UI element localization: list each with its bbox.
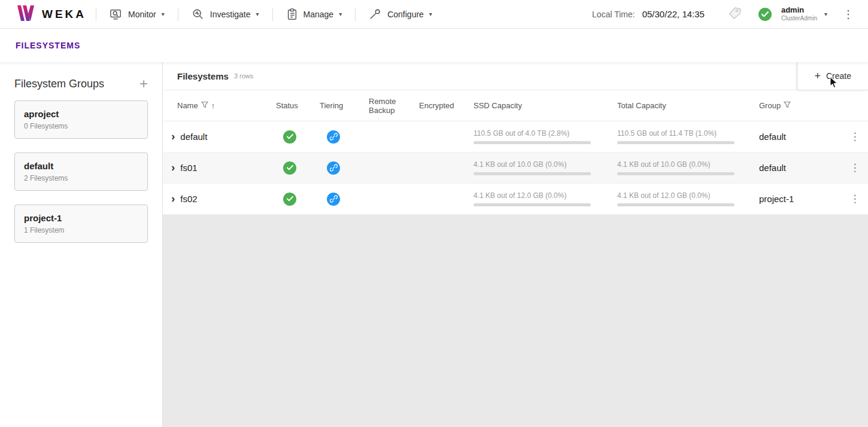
- col-encrypted: Encrypted: [419, 101, 454, 110]
- group-cell: default: [759, 132, 842, 142]
- group-name: default: [24, 161, 138, 171]
- sidebar-filesystem-groups: Filesystem Groups + aproject 0 Filesyste…: [0, 62, 163, 427]
- nav-manage-label: Manage: [304, 10, 334, 19]
- nav-manage[interactable]: Manage ▾: [283, 6, 346, 23]
- weka-logo-icon: [17, 5, 35, 23]
- health-ok-icon[interactable]: [758, 8, 772, 21]
- divider: [272, 8, 273, 21]
- group-card-project-1[interactable]: project-1 1 Filesystem: [14, 205, 148, 243]
- user-menu[interactable]: admin ClusterAdmin: [781, 6, 817, 22]
- group-name: project-1: [24, 213, 138, 223]
- col-remote-backup: Remote Backup: [369, 97, 414, 115]
- ssd-capacity-text: 4.1 KB out of 10.0 GB (0.0%): [474, 160, 617, 169]
- expand-row-icon[interactable]: ›: [171, 161, 175, 173]
- brand-name: WEKA: [42, 8, 86, 21]
- filter-icon[interactable]: [201, 101, 208, 110]
- col-status: Status: [276, 101, 298, 110]
- chevron-down-icon: ▾: [429, 11, 432, 17]
- table-row-count: 3 rows: [234, 72, 253, 80]
- plus-icon: +: [814, 70, 821, 83]
- ssd-capacity-bar: [474, 203, 591, 206]
- ssd-capacity-cell: 4.1 KB out of 10.0 GB (0.0%): [474, 160, 617, 175]
- overflow-menu-icon[interactable]: ⋮: [840, 8, 856, 21]
- ssd-capacity-cell: 110.5 GB out of 4.0 TB (2.8%): [474, 129, 617, 144]
- row-menu-icon[interactable]: ⋮: [842, 161, 868, 174]
- col-tiering: Tiering: [320, 101, 343, 110]
- status-healthy-icon[interactable]: [283, 193, 296, 206]
- ssd-capacity-text: 4.1 KB out of 12.0 GB (0.0%): [474, 191, 617, 200]
- group-count: 1 Filesystem: [24, 226, 138, 234]
- col-total-capacity: Total Capacity: [617, 101, 666, 110]
- filesystems-toolbar: Filesystems 3 rows + Create: [163, 62, 868, 90]
- total-capacity-text: 4.1 KB out of 12.0 GB (0.0%): [617, 191, 759, 200]
- total-capacity-text: 110.5 GB out of 11.4 TB (1.0%): [617, 129, 759, 138]
- divider: [96, 8, 96, 21]
- row-menu-icon[interactable]: ⋮: [842, 130, 868, 143]
- sidebar-title: Filesystem Groups: [14, 78, 104, 90]
- total-capacity-text: 4.1 KB out of 10.0 GB (0.0%): [617, 160, 759, 169]
- expand-row-icon[interactable]: ›: [171, 130, 175, 142]
- row-menu-icon[interactable]: ⋮: [842, 193, 868, 205]
- nav-investigate-label: Investigate: [210, 10, 251, 19]
- filter-icon[interactable]: [784, 101, 791, 110]
- content: Filesystem Groups + aproject 0 Filesyste…: [0, 62, 868, 427]
- tiering-enabled-icon[interactable]: [327, 161, 340, 175]
- group-cell: default: [759, 163, 842, 173]
- create-button[interactable]: + Create: [797, 62, 868, 90]
- filesystem-name: fs02: [180, 194, 197, 204]
- page-title: FILESYSTEMS: [16, 41, 80, 50]
- chevron-down-icon: ▾: [339, 11, 342, 17]
- nav-monitor[interactable]: Monitor ▾: [106, 6, 168, 23]
- tag-icon[interactable]: [727, 6, 743, 23]
- nav-configure-label: Configure: [387, 10, 424, 19]
- table-header: Name ↑ Status Tiering Remote Backup Encr…: [163, 90, 868, 121]
- divider: [178, 8, 178, 21]
- nav-investigate[interactable]: Investigate ▾: [188, 6, 263, 23]
- configure-icon: [369, 8, 382, 20]
- user-chevron-icon[interactable]: ▾: [824, 11, 827, 17]
- local-time-value: 05/30/22, 14:35: [642, 9, 705, 19]
- investigate-icon: [192, 8, 205, 20]
- table-title: Filesystems: [177, 71, 229, 81]
- sort-asc-icon[interactable]: ↑: [211, 101, 216, 110]
- divider: [355, 8, 356, 21]
- total-capacity-bar: [617, 172, 735, 175]
- status-healthy-icon[interactable]: [283, 130, 296, 144]
- ssd-capacity-bar: [474, 141, 591, 144]
- user-name: admin: [781, 6, 817, 15]
- tiering-enabled-icon[interactable]: [327, 193, 340, 206]
- group-card-aproject[interactable]: aproject 0 Filesystems: [14, 100, 148, 139]
- col-name: Name: [177, 101, 198, 110]
- nav-configure[interactable]: Configure ▾: [365, 6, 436, 23]
- add-group-button[interactable]: +: [139, 77, 148, 91]
- filesystem-name: fs01: [180, 163, 197, 173]
- table-row[interactable]: › fs02 4.1 KB out of 12.0 GB (0.0%) 4.1 …: [163, 184, 868, 215]
- status-healthy-icon[interactable]: [283, 161, 296, 175]
- top-right: Local Time: 05/30/22, 14:35 admin Cluste…: [592, 6, 856, 23]
- group-count: 2 Filesystems: [24, 174, 138, 182]
- total-capacity-bar: [617, 203, 735, 206]
- table-row[interactable]: › default 110.5 GB out of 4.0 TB (2.8%) …: [163, 121, 868, 152]
- local-time-label: Local Time:: [592, 10, 635, 19]
- chevron-down-icon: ▾: [162, 11, 165, 17]
- ssd-capacity-cell: 4.1 KB out of 12.0 GB (0.0%): [474, 191, 617, 206]
- col-ssd-capacity: SSD Capacity: [474, 101, 522, 110]
- tiering-enabled-icon[interactable]: [327, 130, 340, 144]
- ssd-capacity-text: 110.5 GB out of 4.0 TB (2.8%): [474, 129, 617, 138]
- brand: WEKA: [17, 5, 86, 23]
- app-root: WEKA Monitor ▾ Inv: [0, 0, 868, 427]
- group-card-default[interactable]: default 2 Filesystems: [14, 152, 148, 191]
- expand-row-icon[interactable]: ›: [171, 193, 175, 204]
- page-title-bar: FILESYSTEMS: [0, 29, 868, 62]
- ssd-capacity-bar: [474, 172, 591, 175]
- group-name: aproject: [24, 109, 138, 119]
- total-capacity-bar: [617, 141, 735, 144]
- group-count: 0 Filesystems: [24, 122, 138, 130]
- filesystems-panel: Filesystems 3 rows + Create Name: [163, 62, 868, 427]
- user-role: ClusterAdmin: [781, 15, 817, 22]
- chevron-down-icon: ▾: [256, 11, 259, 17]
- table-row[interactable]: › fs01 4.1 KB out of 10.0 GB (0.0%) 4.1 …: [163, 152, 868, 184]
- col-group: Group: [759, 101, 781, 110]
- nav-monitor-label: Monitor: [128, 10, 156, 19]
- manage-icon: [286, 8, 298, 20]
